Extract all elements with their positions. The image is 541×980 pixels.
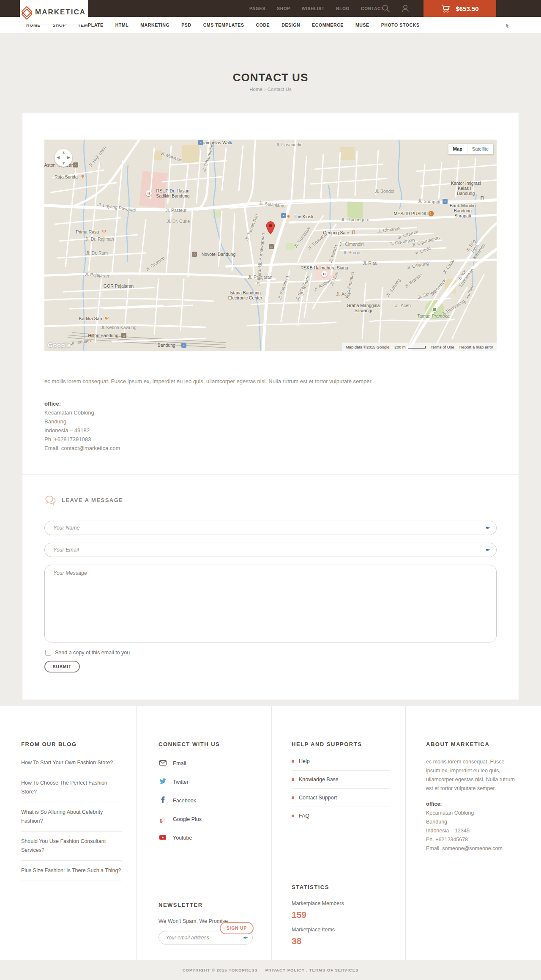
cart-button[interactable]: $653.50 [424,0,496,17]
blog-post-link[interactable]: Plus Size Fashion: Is There Such a Thing… [21,861,122,881]
terms-of-use-link[interactable]: Terms of Use [431,345,454,349]
pen-icon: ✒ [485,546,490,553]
brand-tag-icon [22,7,31,17]
social-link-youtube[interactable]: Youtube [158,832,254,844]
social-link-facebook[interactable]: Facebook [158,795,254,807]
submit-button[interactable]: SUBMIT [44,661,80,673]
pan-right-icon[interactable]: ▶ [67,155,70,159]
office-line: Email. contact@marketica.com [44,444,120,453]
category-nav-item-photo-stocks[interactable]: PHOTO STOCKS [381,22,420,27]
send-copy-checkbox[interactable] [45,650,51,656]
hospital-icon: H [321,271,327,277]
pen-icon: ✒ [243,934,248,941]
breadcrumb-home[interactable]: Home [249,87,262,92]
category-nav-item-code[interactable]: CODE [256,22,270,27]
top-nav-item-blog[interactable]: BLOG [336,6,350,11]
category-nav-item-cms-templates[interactable]: CMS TEMPLATES [203,22,244,27]
stat-value: 38 [292,936,389,946]
footer-link-terms-of-services[interactable]: TERMS OF SERVICES [309,968,359,972]
footer-link-privacy-policy[interactable]: PRIVACY POLICY [265,968,305,972]
help-link-knowladge-base[interactable]: Knowladge Base [292,771,390,789]
category-nav-item-psd[interactable]: PSD [181,22,191,27]
top-nav: PAGESSHOPWISHLISTBLOGCONTACT [249,0,384,17]
lodging-icon: ⌂ [121,333,126,338]
report-map-error-link[interactable]: Report a map error [459,345,493,349]
top-nav-item-contact[interactable]: CONTACT [361,6,384,11]
top-nav-item-shop[interactable]: SHOP [277,6,290,11]
footer-about-column: ABOUT MARKETICA ec mollis lorem consequa… [426,741,520,853]
email-field-wrap: ✒ [44,543,497,557]
google-map[interactable]: Champelas WalkJl. HasanudinJl. Cihampela… [44,140,497,351]
map-type-map-button[interactable]: Map [448,144,467,154]
help-link-faq[interactable]: FAQ [292,807,390,825]
bank-icon: Π [481,195,484,200]
statistics-block: STATISTICS Marketplace Members159Marketp… [292,884,389,946]
message-field-wrap [44,565,497,642]
about-office: office: Kecamatan CoblongBandung.Indones… [426,800,520,853]
help-link-help[interactable]: Help [292,758,390,771]
help-link-label: FAQ [299,813,309,819]
send-copy-row: Send a copy of this email to you [45,650,130,656]
restaurant-icon: Ψ [80,174,84,179]
office-line: Indonesia – 49182 [44,426,120,435]
stat-label: Marketplace Members [292,900,389,906]
footer-divider [405,706,406,960]
name-field-wrap: ✒ [44,521,497,535]
category-nav-item-marketing[interactable]: MARKETING [140,22,169,27]
social-link-label: Twitter [173,779,189,785]
blog-post-link[interactable]: How To Choose The Perfect Fashion Store? [21,773,122,802]
about-office-line: Bandung. [426,818,520,826]
search-icon[interactable] [381,4,391,13]
leave-message-header: LEAVE A MESSAGE [44,495,123,505]
blog-post-link[interactable]: What is So Alluring About Celebrity Fash… [21,802,122,832]
category-nav-item-html[interactable]: HTML [115,22,129,27]
blog-post-link[interactable]: Should You Use Fashion Consultant Servic… [21,832,122,861]
user-account-icon[interactable] [401,4,410,13]
category-nav-item-design[interactable]: DESIGN [281,22,300,27]
office-line: Bandung. [44,417,120,426]
google-logo[interactable]: Google [48,341,71,349]
newsletter-block: NEWSLETTER We Won't Spam, We Promise ✒ S… [158,902,254,944]
email-input[interactable] [45,543,496,557]
googleplus-icon: g+ [158,815,167,823]
hospital-icon: H [146,190,152,196]
map-attribution: Map data ©2015 Google 200 m Terms of Use… [342,343,497,351]
pan-left-icon[interactable]: ◀ [57,155,60,159]
section-divider [22,474,519,475]
more-categories-chevron-icon[interactable] [507,23,511,27]
logo[interactable]: MARKETICA [20,0,88,25]
social-link-email[interactable]: Email [158,758,254,769]
bullet-icon [292,815,294,817]
connect-heading: CONNECT WITH US [158,741,254,747]
about-office-line: Kecamatan Coblong [426,809,520,818]
pan-up-icon[interactable]: ▲ [62,150,66,154]
restaurant-icon: Ψ [287,214,290,219]
social-link-google-plus[interactable]: g+Google Plus [158,813,254,825]
twitter-icon [158,778,167,786]
message-input[interactable] [44,565,497,642]
category-nav-item-ecommerce[interactable]: ECOMMERCE [312,22,344,27]
scale-bar [408,346,426,349]
about-office-line: Ph. +6212345678 [426,835,520,844]
page-title: CONTACT US [0,71,541,84]
copyright-bar: COPYRIGHT © 2015 TOKOPRESS PRIVACY POLIC… [0,960,541,980]
transit-poi-icon: ▪ [443,199,448,204]
transit-poi-icon: ▪ [181,343,186,348]
email-icon [158,760,167,767]
top-nav-item-pages[interactable]: PAGES [249,6,265,11]
restaurant-icon: Ψ [102,229,106,234]
blog-post-link[interactable]: How To Start Your Own Fashion Store? [21,758,122,773]
facebook-icon [158,796,167,805]
category-nav-item-muse[interactable]: MUSE [355,22,369,27]
page: PAGESSHOPWISHLISTBLOGCONTACT $653.50 MAR… [0,0,541,980]
map-pan-control[interactable]: ▲ ▼ ◀ ▶ [55,149,72,167]
pan-down-icon[interactable]: ▼ [62,161,66,165]
name-input[interactable] [45,521,496,535]
office-line: Ph. +62817391083 [44,435,120,444]
top-nav-item-wishlist[interactable]: WISHLIST [302,6,325,11]
signup-button[interactable]: SIGN UP [220,922,254,934]
social-link-twitter[interactable]: Twitter [158,776,254,788]
map-type-satellite-button[interactable]: Satellite [467,144,493,154]
help-heading: HELP AND SUPPORTS [292,741,390,747]
help-link-contact-support[interactable]: Contact Support [292,789,390,807]
